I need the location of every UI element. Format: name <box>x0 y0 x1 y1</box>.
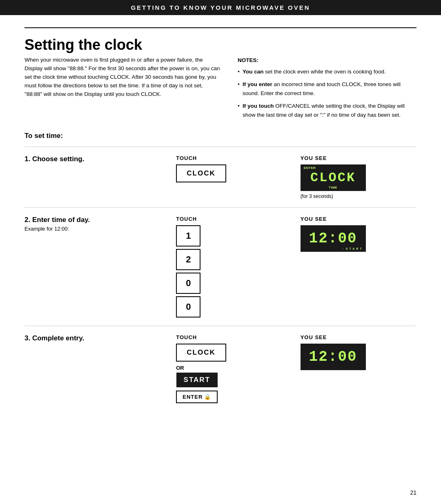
step-1-yousee: YOU SEE ENTER CLOCK TIME (for 3 seconds) <box>301 155 416 199</box>
step-3-touch-label: TOUCH <box>176 334 197 340</box>
step-1-display-top: ENTER <box>304 166 316 170</box>
step-2-row: 2. Enter time of day. Example for 12:00:… <box>24 207 416 326</box>
intro-right: NOTES: You can set the clock even while … <box>238 56 416 124</box>
main-content: Setting the clock When your microwave ov… <box>0 15 441 428</box>
step-3-yousee-label: YOU SEE <box>301 334 327 340</box>
title-rule <box>24 27 416 28</box>
step-2-yousee-label: YOU SEE <box>301 216 327 222</box>
num-button-0a[interactable]: 0 <box>176 273 200 294</box>
step-1-row: 1. Choose setting. TOUCH CLOCK YOU SEE E… <box>24 147 416 207</box>
num-button-1[interactable]: 1 <box>176 225 200 246</box>
step-1-title: Choose setting. <box>32 155 85 163</box>
header-text: GETTING TO KNOW YOUR MICROWAVE OVEN <box>131 4 310 11</box>
lock-icon: 🔒 <box>204 394 211 400</box>
or-label: OR <box>176 365 184 371</box>
step-2-display: 12:00 →START <box>301 225 366 252</box>
step-1-for-seconds: (for 3 seconds) <box>301 193 333 199</box>
step-2-touch-label: TOUCH <box>176 216 197 222</box>
note-3-bold: If you touch <box>243 103 274 109</box>
page-title: Setting the clock <box>24 36 416 53</box>
step-3-row: 3. Complete entry. TOUCH CLOCK OR START … <box>24 326 416 411</box>
note-2-bold: If you enter <box>243 81 272 87</box>
page-number: 21 <box>410 489 416 496</box>
start-button[interactable]: START <box>176 373 218 387</box>
set-time-title: To set time: <box>24 132 416 140</box>
step-3-display: 12:00 <box>301 344 366 370</box>
notes-title: NOTES: <box>238 56 416 65</box>
step-2-sub: Example for 12:00: <box>24 226 164 232</box>
step-1-display-bottom: TIME <box>329 186 337 189</box>
step-3-touch-group: CLOCK OR START ENTER 🔒 <box>176 344 226 403</box>
step-3-title: Complete entry. <box>32 334 84 342</box>
step-1-display-text: CLOCK <box>310 170 356 185</box>
step-1-number: 1. <box>24 155 32 163</box>
note-1-bold: You can <box>243 69 264 75</box>
note-item-1: You can set the clock even while the ove… <box>238 67 416 76</box>
step-3-yousee: YOU SEE 12:00 <box>301 334 416 370</box>
step-2-yousee: YOU SEE 12:00 →START <box>301 216 416 252</box>
step-2-number: 2. <box>24 216 32 224</box>
num-button-2[interactable]: 2 <box>176 249 200 270</box>
note-item-3: If you touch OFF/CANCEL while setting th… <box>238 102 416 119</box>
step-1-touch: TOUCH CLOCK <box>176 155 292 182</box>
enter-button-label: ENTER <box>183 394 203 400</box>
intro-left: When your microwave oven is first plugge… <box>24 56 221 124</box>
enter-button[interactable]: ENTER 🔒 <box>176 391 218 403</box>
header-bar: GETTING TO KNOW YOUR MICROWAVE OVEN <box>0 0 441 15</box>
step-2-display-right: →START <box>341 247 363 250</box>
num-button-0b[interactable]: 0 <box>176 296 200 317</box>
step-3-touch: TOUCH CLOCK OR START ENTER 🔒 <box>176 334 292 403</box>
intro-left-text: When your microwave oven is first plugge… <box>24 56 221 99</box>
notes-list: You can set the clock even while the ove… <box>238 67 416 120</box>
step-1-touch-label: TOUCH <box>176 155 197 161</box>
step-2-title: Enter time of day. <box>32 216 90 224</box>
step-1-display: ENTER CLOCK TIME <box>301 164 366 191</box>
clock-button-2[interactable]: CLOCK <box>176 344 226 362</box>
steps-section: 1. Choose setting. TOUCH CLOCK YOU SEE E… <box>24 147 416 411</box>
intro-section: When your microwave oven is first plugge… <box>24 56 416 124</box>
step-3-desc: 3. Complete entry. <box>24 334 168 342</box>
step-1-desc: 1. Choose setting. <box>24 155 168 163</box>
clock-button-1[interactable]: CLOCK <box>176 164 226 182</box>
step-2-touch: TOUCH 1 2 0 0 <box>176 216 292 317</box>
note-item-2: If you enter an incorrect time and touch… <box>238 80 416 98</box>
step-3-number: 3. <box>24 334 32 342</box>
step-2-desc: 2. Enter time of day. Example for 12:00: <box>24 216 168 232</box>
step-3-display-text: 12:00 <box>309 349 357 365</box>
num-buttons: 1 2 0 0 <box>176 225 200 317</box>
step-1-yousee-label: YOU SEE <box>301 155 327 161</box>
note-1-rest: set the clock even while the oven is coo… <box>265 69 386 75</box>
step-2-display-text: 12:00 <box>309 230 357 247</box>
